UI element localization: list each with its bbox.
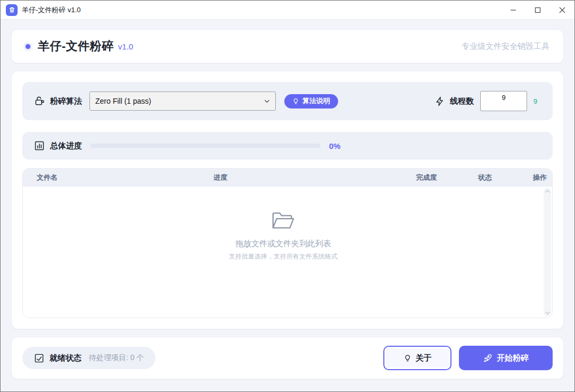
status-badge: 就绪状态 待处理项目: 0 个	[22, 347, 155, 369]
window-title: 羊仔-文件粉碎 v1.0	[22, 5, 81, 15]
open-folder-icon	[271, 210, 295, 231]
pending-count-label: 待处理项目: 0 个	[89, 353, 144, 363]
start-shred-button[interactable]: 开始粉碎	[459, 346, 553, 370]
progress-label: 总体进度	[50, 141, 82, 151]
file-table: 文件名 进度 完成度 状态 操作 拖放文件或文件夹到此列表	[22, 168, 553, 318]
algorithm-row: 粉碎算法 Zero Fill (1 pass) 算法说明	[22, 82, 553, 120]
app-icon	[6, 4, 18, 16]
threads-label: 线程数	[450, 96, 474, 106]
algorithm-help-button[interactable]: 算法说明	[284, 94, 338, 109]
close-button[interactable]	[550, 1, 574, 20]
empty-state: 拖放文件或文件夹到此列表 支持批量选择，支持所有文件系统格式	[23, 210, 544, 261]
threads-hint: 9	[533, 97, 541, 105]
lightbulb-icon	[292, 98, 299, 105]
titlebar: 羊仔-文件粉碎 v1.0	[1, 1, 574, 20]
empty-subtitle: 支持批量选择，支持所有文件系统格式	[23, 252, 544, 261]
algorithm-selected-value: Zero Fill (1 pass)	[95, 97, 264, 105]
lightning-icon	[435, 96, 445, 106]
page-body: 羊仔-文件粉碎 v1.0 专业级文件安全销毁工具 粉碎算法 Zero Fill …	[1, 20, 574, 391]
col-action: 操作	[512, 173, 547, 182]
algorithm-select[interactable]: Zero Fill (1 pass)	[89, 91, 276, 111]
col-filename: 文件名	[37, 173, 213, 182]
footer-card: 就绪状态 待处理项目: 0 个 关于	[11, 337, 564, 379]
rocket-icon	[483, 354, 492, 363]
minimize-button[interactable]	[501, 1, 525, 20]
status-label: 就绪状态	[50, 353, 81, 363]
lock-icon	[34, 96, 45, 106]
main-card: 粉碎算法 Zero Fill (1 pass) 算法说明	[11, 71, 564, 329]
app-window: 羊仔-文件粉碎 v1.0 羊仔-文件粉碎 v1.0 专业级文件安全销毁工具	[0, 0, 575, 392]
start-shred-label: 开始粉碎	[497, 353, 529, 363]
algorithm-help-label: 算法说明	[302, 96, 330, 106]
about-button[interactable]: 关于	[383, 346, 451, 370]
bulb-icon	[404, 354, 412, 362]
scroll-up-icon[interactable]	[545, 189, 550, 193]
tagline: 专业级文件安全销毁工具	[462, 41, 549, 52]
about-label: 关于	[416, 353, 432, 363]
empty-title: 拖放文件或文件夹到此列表	[23, 239, 544, 249]
vertical-scrollbar[interactable]	[544, 188, 551, 316]
progress-percent: 0%	[329, 141, 341, 151]
file-table-body drop-zone[interactable]: 拖放文件或文件夹到此列表 支持批量选择，支持所有文件系统格式	[23, 187, 552, 318]
chevron-down-icon	[264, 98, 270, 104]
maximize-button[interactable]	[525, 1, 550, 20]
accent-dot-icon	[26, 44, 30, 49]
progress-row: 总体进度 0%	[22, 132, 553, 160]
threads-input[interactable]	[480, 91, 527, 111]
col-completion: 完成度	[395, 173, 458, 182]
version-label: v1.0	[118, 42, 133, 51]
file-table-header: 文件名 进度 完成度 状态 操作	[23, 169, 552, 187]
scroll-down-icon[interactable]	[545, 311, 550, 315]
col-status: 状态	[458, 173, 512, 182]
col-progress: 进度	[213, 173, 395, 182]
page-title: 羊仔-文件粉碎	[38, 38, 114, 54]
bar-chart-icon	[34, 140, 45, 151]
header-card: 羊仔-文件粉碎 v1.0 专业级文件安全销毁工具	[11, 29, 564, 63]
status-check-icon	[34, 353, 44, 363]
progress-bar	[91, 144, 321, 148]
algorithm-label: 粉碎算法	[50, 96, 82, 106]
